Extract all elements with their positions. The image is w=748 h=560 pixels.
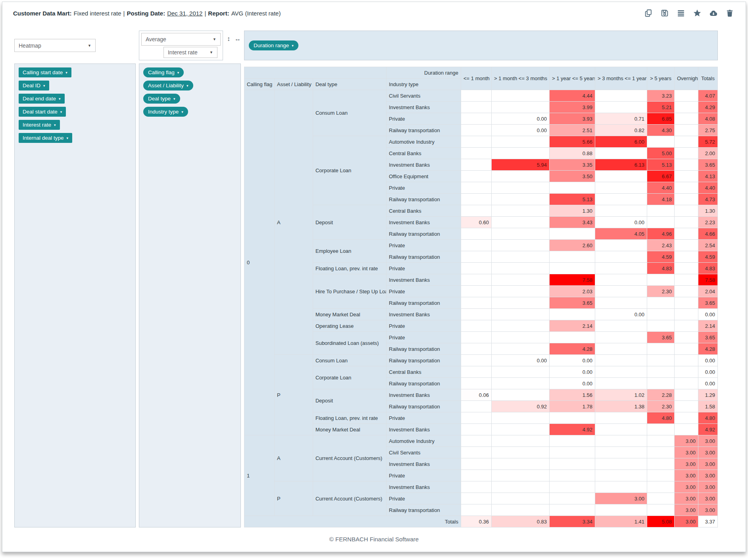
industry-type-cell: Private (386, 182, 461, 194)
value-cell-empty (595, 447, 647, 458)
value-cell-empty (675, 159, 698, 171)
value-cell-empty (492, 504, 550, 516)
value-cell-empty (595, 424, 647, 435)
value-cell-empty (675, 136, 698, 148)
value-cell-empty (461, 378, 492, 389)
value-cell-empty (647, 378, 675, 389)
field-pill-calling-start-date[interactable]: Calling start date▾ (19, 67, 71, 77)
save-icon[interactable] (660, 8, 669, 18)
field-pill-label: Internal deal type (23, 135, 64, 141)
view-type-select[interactable]: Heatmap ▼ (14, 39, 96, 52)
value-cell: 1.78 (550, 401, 595, 412)
deal-type-cell: Money Market Deal (313, 309, 386, 320)
report-label: Report: (208, 10, 229, 17)
industry-type-cell: Civil Servants (386, 447, 461, 458)
list-icon[interactable] (676, 8, 686, 18)
row-total-cell: 4.66 (698, 228, 718, 240)
value-cell: 5.13 (647, 159, 675, 171)
value-cell-empty (550, 251, 595, 263)
field-pill-asset-liability[interactable]: Asset / Liability▾ (143, 81, 193, 90)
value-cell-empty (492, 412, 550, 424)
trash-icon[interactable] (725, 8, 735, 18)
value-cell-empty (492, 493, 550, 504)
chevron-down-icon: ▾ (181, 110, 183, 114)
value-cell: 3.00 (675, 504, 698, 516)
chevron-down-icon: ▾ (173, 97, 175, 101)
value-cell-empty (675, 355, 698, 366)
field-pill-duration-range[interactable]: Duration range▾ (249, 40, 298, 50)
star-icon[interactable] (692, 8, 702, 18)
col-header--3-months-1-year: > 3 months <= 1 year (595, 67, 647, 90)
value-cell-empty (647, 447, 675, 458)
field-pill-deal-end-date[interactable]: Deal end date▾ (19, 94, 65, 104)
value-cell-empty (550, 228, 595, 240)
value-cell-empty (550, 435, 595, 447)
value-cell-empty (675, 148, 698, 159)
value-cell-empty (647, 217, 675, 228)
value-cell-empty (595, 90, 647, 102)
industry-type-cell: Private (386, 113, 461, 125)
field-pill-interest-rate[interactable]: Interest rate▾ (19, 120, 60, 130)
aggregation-select[interactable]: Average ▼ (141, 33, 221, 46)
field-pill-calling-flag[interactable]: Calling flag▾ (143, 67, 184, 77)
value-cell-empty (595, 240, 647, 251)
row-total-cell: 2.00 (698, 148, 718, 159)
value-cell-empty (647, 366, 675, 378)
value-cell-empty (492, 435, 550, 447)
heatmap-pivot-table: Duration range<= 1 month> 1 month <= 3 m… (244, 67, 718, 527)
value-cell-empty (647, 504, 675, 516)
column-total-cell: 0.36 (461, 516, 492, 527)
asset-liability-cell: P (274, 481, 313, 516)
field-pill-label: Calling start date (23, 69, 63, 75)
field-pill-deal-id[interactable]: Deal ID▾ (19, 81, 49, 90)
industry-type-cell: Private (386, 493, 461, 504)
copy-icon[interactable] (644, 8, 653, 18)
resize-vertical-icon[interactable]: ↕ (227, 36, 230, 42)
field-pill-label: Duration range (254, 42, 289, 48)
value-cell-empty (675, 320, 698, 332)
row-total-cell: 2.23 (698, 217, 718, 228)
industry-type-cell: Investment Banks (386, 217, 461, 228)
value-cell-empty (492, 136, 550, 148)
field-pill-industry-type[interactable]: Industry type▾ (143, 107, 188, 117)
col-header--1-month: <= 1 month (461, 67, 492, 90)
value-cell-empty (492, 309, 550, 320)
field-pill-deal-type[interactable]: Deal type▾ (143, 94, 180, 104)
value-cell: 3.00 (675, 470, 698, 481)
value-cell: 3.00 (675, 435, 698, 447)
value-cell-empty (595, 481, 647, 493)
deal-type-cell: Deposit (313, 389, 386, 412)
industry-type-cell: Investment Banks (386, 309, 461, 320)
field-pill-label: Asset / Liability (148, 83, 184, 89)
value-cell: 5.94 (492, 159, 550, 171)
value-cell: 2.51 (550, 125, 595, 136)
field-pill-label: Industry type (148, 109, 179, 115)
field-pill-deal-start-date[interactable]: Deal start date▾ (19, 107, 66, 117)
posting-date-link[interactable]: Dec 31, 2012 (167, 10, 202, 17)
value-cell: 4.40 (647, 182, 675, 194)
value-cell: 0.00 (550, 355, 595, 366)
value-cell-empty (550, 263, 595, 274)
value-cell: 3.93 (550, 113, 595, 125)
pivot-column: Duration range▾ Duration range<= 1 month… (244, 31, 718, 527)
value-cell: 2.14 (550, 320, 595, 332)
value-cell-empty (492, 217, 550, 228)
value-cell-empty (461, 171, 492, 182)
measure-select[interactable]: Interest rate ▼ (163, 47, 217, 58)
value-cell-empty (492, 171, 550, 182)
row-fields-column: Average ▼ Interest rate ▼ ↕ ↔ Calling fl… (139, 31, 241, 527)
column-dimension-label: Duration range (386, 67, 461, 79)
value-cell-empty (461, 355, 492, 366)
value-cell-empty (595, 286, 647, 297)
value-cell-empty (647, 481, 675, 493)
value-cell-empty (461, 113, 492, 125)
field-pill-internal-deal-type[interactable]: Internal deal type▾ (19, 133, 72, 143)
resize-horizontal-icon[interactable]: ↔ (235, 36, 241, 42)
value-cell-empty (647, 274, 675, 286)
value-cell-empty (675, 228, 698, 240)
chevron-down-icon: ▾ (292, 44, 294, 48)
column-total-cell: 1.41 (595, 516, 647, 527)
row-total-cell: 4.28 (698, 343, 718, 355)
row-total-cell: 4.59 (698, 251, 718, 263)
cloud-download-icon[interactable] (709, 8, 718, 18)
